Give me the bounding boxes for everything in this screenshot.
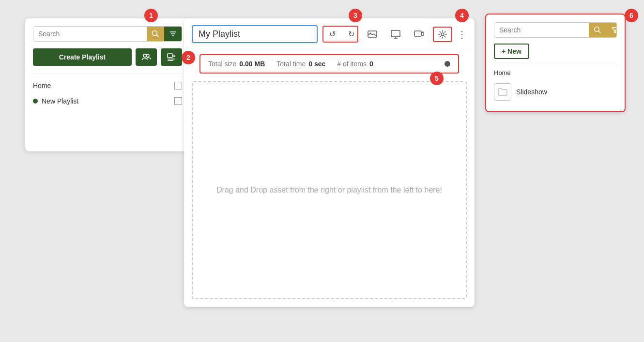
- redo-button[interactable]: ↻: [342, 27, 358, 42]
- svg-point-6: [146, 54, 149, 57]
- stats-bar: Total size 0.00 MB Total time 0 sec # of…: [199, 54, 459, 74]
- num-items-label: # of items: [337, 60, 367, 68]
- annotation-5: 5: [430, 72, 444, 85]
- left-divider: [33, 74, 182, 74]
- undo-redo-group: ↺ ↻: [322, 26, 358, 43]
- drop-zone[interactable]: Drag and Drop asset from the right or pl…: [192, 81, 467, 299]
- home-label: Home: [33, 82, 51, 89]
- svg-line-20: [599, 31, 601, 33]
- new-playlist-item[interactable]: New Playlist: [33, 93, 182, 109]
- right-search-input[interactable]: [494, 23, 589, 37]
- annotation-1: 1: [144, 9, 158, 22]
- left-filter-button[interactable]: [164, 27, 182, 41]
- total-size-label: Total size: [208, 60, 236, 68]
- undo-button[interactable]: ↺: [323, 27, 341, 42]
- svg-point-18: [441, 33, 444, 36]
- right-search-button[interactable]: [589, 23, 606, 37]
- group-icon-button[interactable]: [136, 48, 157, 66]
- monitor-icon-button[interactable]: [386, 26, 405, 43]
- media-icon-button[interactable]: [410, 26, 428, 43]
- total-time-label: Total time: [276, 60, 306, 68]
- right-filter-button[interactable]: [606, 23, 617, 37]
- annotation-3: 3: [349, 9, 362, 22]
- stats-dot: [445, 61, 450, 67]
- folder-name-slideshow: Slideshow: [516, 88, 547, 96]
- new-playlist-checkbox[interactable]: [174, 97, 182, 105]
- right-panel: + New Home Slideshow: [485, 14, 626, 112]
- drop-zone-text: Drag and Drop asset from the right or pl…: [216, 186, 442, 194]
- right-home-label: Home: [494, 69, 617, 76]
- left-search-bar: [33, 26, 182, 42]
- total-time-value: 0 sec: [308, 60, 325, 68]
- new-button[interactable]: + New: [494, 44, 529, 59]
- svg-rect-17: [414, 31, 421, 36]
- svg-rect-7: [168, 54, 172, 58]
- right-divider: [494, 65, 617, 65]
- total-time-stat: Total time 0 sec: [276, 60, 325, 68]
- left-search-input[interactable]: [33, 27, 147, 41]
- new-playlist-dot: [33, 99, 38, 104]
- annotation-6: 6: [625, 9, 638, 22]
- left-search-button[interactable]: [147, 27, 164, 41]
- total-size-value: 0.00 MB: [239, 60, 265, 68]
- svg-point-5: [143, 54, 146, 57]
- num-items-value: 0: [369, 60, 373, 68]
- total-size-stat: Total size 0.00 MB: [208, 60, 265, 68]
- annotation-2: 2: [182, 51, 195, 64]
- svg-line-1: [157, 35, 159, 37]
- folder-icon: [494, 83, 511, 101]
- right-search-bar: [494, 22, 617, 38]
- more-options-button[interactable]: ⋮: [457, 29, 467, 40]
- home-checkbox[interactable]: [174, 82, 182, 89]
- annotation-4: 4: [455, 9, 469, 22]
- num-items-stat: # of items 0: [337, 60, 373, 68]
- left-action-buttons: Create Playlist: [33, 48, 182, 66]
- playlist-name-input[interactable]: [192, 25, 318, 43]
- playlist-icon-button[interactable]: [161, 48, 182, 66]
- home-item[interactable]: Home: [33, 78, 182, 93]
- folder-item-slideshow[interactable]: Slideshow: [494, 80, 617, 104]
- create-playlist-button[interactable]: Create Playlist: [33, 48, 132, 66]
- svg-rect-14: [391, 30, 400, 37]
- image-icon-button[interactable]: [363, 26, 382, 43]
- center-panel: ↺ ↻: [184, 18, 475, 307]
- left-panel: Create Playlist Home: [25, 18, 190, 151]
- center-header: ↺ ↻: [184, 18, 475, 50]
- svg-point-13: [370, 32, 371, 34]
- settings-button[interactable]: [433, 27, 452, 42]
- new-playlist-label: New Playlist: [42, 97, 78, 105]
